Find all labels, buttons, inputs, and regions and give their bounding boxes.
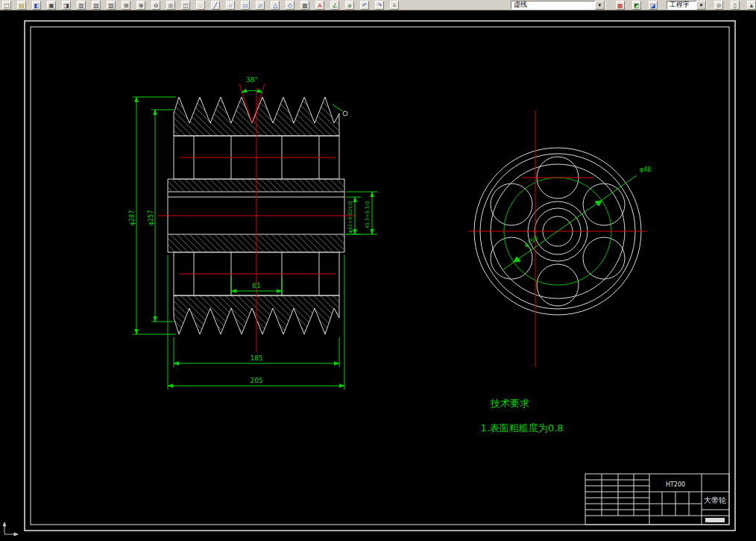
cut-icon[interactable]: ▥ (77, 1, 86, 10)
redo-icon[interactable]: ↷ (375, 1, 384, 10)
copy-icon[interactable]: ▧ (92, 1, 101, 10)
textstyle-value: 工程字 (670, 0, 690, 10)
chevron-down-icon[interactable]: ▾ (595, 1, 605, 10)
toolbar-right-group: ⊘▯▲ (714, 1, 756, 10)
zoom-all-icon[interactable]: ◎ (166, 1, 175, 10)
toolbar-main-group: ▢▤◧▣◨▥▧▨⊞⊕⊖◎◫◌╱○▭▱△◇▩A∠⌀↶↷≡ (2, 1, 399, 10)
text-tool-icon[interactable]: A (315, 1, 324, 10)
open-file-icon[interactable]: ▤ (17, 1, 26, 10)
dim-bore-label: φ42+0.025/0 (347, 201, 353, 234)
drawing-canvas[interactable]: 38° φ287 φ257 185 205 61 φ42+0.025/0 45.… (0, 0, 756, 541)
dim-pitch-dia-label: φ257 (148, 210, 154, 226)
toolbar: ▢▤◧▣◨▥▧▨⊞⊕⊖◎◫◌╱○▭▱△◇▩A∠⌀↶↷≡ 虚线 ▾ ▦◩◪ 工程字… (0, 0, 756, 10)
point-tool-icon[interactable]: ◇ (286, 1, 294, 10)
zoom-window-icon[interactable]: ⊞ (122, 1, 130, 10)
help-icon[interactable]: ▲ (747, 1, 756, 10)
dim-hole-label: 61 (252, 282, 260, 290)
spline-tool-icon[interactable]: △ (271, 1, 280, 10)
polygon-tool-icon[interactable]: ▱ (256, 1, 265, 10)
layer-state-icon[interactable]: ◩ (632, 1, 641, 10)
save-file-icon[interactable]: ◧ (32, 1, 41, 10)
title-block-bar (705, 518, 725, 522)
ortho-icon[interactable]: ⊘ (714, 1, 723, 10)
layers-icon[interactable]: ≡ (390, 1, 399, 10)
dim-outer-dia-label: φ287 (129, 210, 136, 226)
layer-color-icon[interactable]: ▦ (616, 1, 625, 10)
new-file-icon[interactable]: ▢ (2, 1, 11, 10)
part-name-label: 大带轮 (704, 496, 726, 504)
diameter-dim-icon[interactable]: ⌀ (345, 1, 354, 10)
tech-req-title: 技术要求 (490, 398, 529, 409)
toolbar-layer-group: ▦◩◪ (616, 1, 658, 10)
dim-width-outer-label: 205 (250, 377, 262, 384)
material-label: HT200 (666, 481, 685, 488)
circle-tool-icon[interactable]: ○ (226, 1, 235, 10)
zoom-out-icon[interactable]: ⊖ (151, 1, 160, 10)
properties-icon[interactable]: ▯ (731, 1, 740, 10)
paste-icon[interactable]: ▨ (107, 1, 116, 10)
print-icon[interactable]: ▣ (47, 1, 56, 10)
tech-req-line1: 1.表面粗糙度为0.8 (480, 422, 563, 434)
line-tool-icon[interactable]: ╱ (211, 1, 220, 10)
pan-icon[interactable]: ◫ (181, 1, 190, 10)
chevron-down-icon[interactable]: ▾ (696, 1, 706, 10)
dim-keyway-label: 45.3+0.3/0 (365, 201, 371, 229)
redraw-icon[interactable]: ◌ (196, 1, 205, 10)
print-preview-icon[interactable]: ◨ (62, 1, 71, 10)
textstyle-combo[interactable]: 工程字 ▾ (667, 1, 707, 10)
dim-hole-dia-label: φ48 (640, 166, 651, 173)
rectangle-tool-icon[interactable]: ▭ (241, 1, 250, 10)
hatch-tool-icon[interactable]: ▩ (300, 1, 309, 10)
linetype-value: 虚线 (514, 0, 527, 10)
undo-icon[interactable]: ↶ (360, 1, 369, 10)
linetype-combo[interactable]: 虚线 ▾ (511, 1, 605, 10)
dim-angle-label: 38° (246, 76, 258, 84)
layer-lock-icon[interactable]: ◪ (649, 1, 658, 10)
angle-dim-icon[interactable]: ∠ (330, 1, 339, 10)
dim-width-inner-label: 185 (250, 354, 262, 362)
zoom-in-icon[interactable]: ⊕ (136, 1, 145, 10)
